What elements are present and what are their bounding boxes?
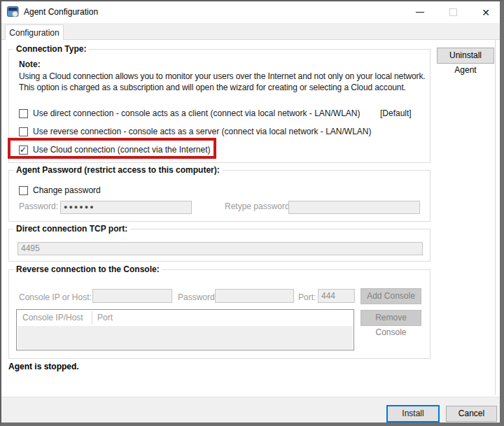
tab-strip: Configuration xyxy=(1,23,500,40)
change-password-option[interactable]: Change password xyxy=(19,185,101,196)
red-highlight-rectangle xyxy=(8,138,216,159)
direct-connection-label: Use direct connection - console acts as … xyxy=(33,108,360,118)
maximize-button[interactable] xyxy=(442,1,464,23)
console-list-header: Console IP/Host Port xyxy=(17,310,354,326)
retype-password-input[interactable] xyxy=(288,201,420,214)
console-port-label: Port: xyxy=(298,290,316,304)
note-body: Using a Cloud connection allows you to m… xyxy=(19,71,430,93)
status-text: Agent is stopped. xyxy=(8,362,79,371)
maximize-icon xyxy=(449,8,457,16)
title-bar: Agent Configuration ✕ xyxy=(1,1,500,23)
cancel-button[interactable]: Cancel xyxy=(446,406,497,422)
agent-password-group: Agent Password (restrict access to this … xyxy=(8,170,430,222)
minimize-icon xyxy=(416,12,424,13)
console-host-label: Console IP or Host: xyxy=(19,290,92,304)
option-direct-connection[interactable]: Use direct connection - console acts as … xyxy=(19,108,360,119)
console-password-label: Password: xyxy=(178,290,217,304)
close-icon: ✕ xyxy=(482,7,490,18)
note-heading: Note: xyxy=(19,59,41,69)
column-divider xyxy=(92,311,92,325)
change-password-label: Change password xyxy=(33,185,101,195)
reverse-connection-label: Use reverse connection - console acts as… xyxy=(33,127,372,136)
console-port-input[interactable]: 444 xyxy=(318,289,355,303)
direct-connection-checkbox[interactable] xyxy=(19,109,28,118)
remove-console-button[interactable]: Remove Console xyxy=(360,310,421,326)
install-button[interactable]: Install xyxy=(386,405,440,423)
close-button[interactable]: ✕ xyxy=(475,1,497,23)
password-input[interactable]: ●●●●●● xyxy=(60,201,192,214)
retype-password-label: Retype password: xyxy=(225,201,292,211)
console-list[interactable]: Console IP/Host Port xyxy=(16,309,354,350)
password-label: Password: xyxy=(19,201,58,211)
column-header-console-host: Console IP/Host xyxy=(22,310,83,326)
tab-configuration[interactable]: Configuration xyxy=(5,24,64,41)
uninstall-agent-button[interactable]: Uninstall Agent xyxy=(437,48,494,64)
agent-configuration-window: Agent Configuration ✕ Configuration Unin… xyxy=(0,0,504,426)
tcp-port-input[interactable]: 4495 xyxy=(18,242,423,255)
window-title: Agent Configuration xyxy=(24,1,98,23)
connection-type-caption: Connection Type: xyxy=(13,44,89,54)
console-list-body xyxy=(18,326,353,349)
agent-password-caption: Agent Password (restrict access to this … xyxy=(13,165,223,175)
reverse-connection-group: Reverse connection to the Console: Conso… xyxy=(8,269,430,359)
column-header-port: Port xyxy=(97,310,113,326)
reverse-connection-checkbox[interactable] xyxy=(19,127,28,136)
app-icon xyxy=(7,6,19,17)
footer-bar: Install Cancel xyxy=(1,397,500,424)
reverse-connection-caption: Reverse connection to the Console: xyxy=(13,264,162,274)
tab-label: Configuration xyxy=(9,28,59,38)
tcp-port-caption: Direct connection TCP port: xyxy=(13,224,130,234)
default-badge: [Default] xyxy=(380,108,412,119)
tcp-port-group: Direct connection TCP port: 4495 xyxy=(8,229,430,262)
console-password-input[interactable] xyxy=(215,289,294,303)
minimize-button[interactable] xyxy=(409,1,431,23)
option-reverse-connection[interactable]: Use reverse connection - console acts as… xyxy=(19,126,372,137)
console-host-input[interactable] xyxy=(92,289,172,303)
add-console-button[interactable]: Add Console xyxy=(360,288,421,304)
change-password-checkbox[interactable] xyxy=(19,186,28,195)
